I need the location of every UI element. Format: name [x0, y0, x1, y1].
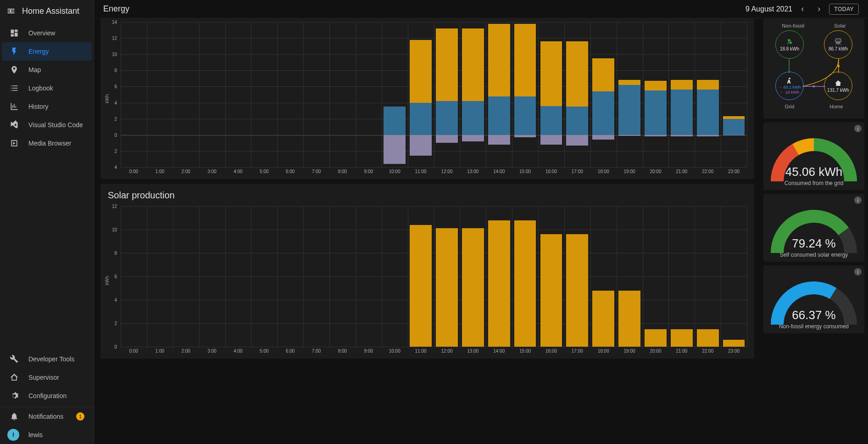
bar-grid_import: [514, 96, 536, 135]
bar-grid_export: [462, 135, 484, 141]
info-icon[interactable]: i: [854, 268, 862, 275]
app-name: Home Assistant: [22, 6, 79, 16]
bar-solar: [618, 291, 640, 347]
bar-solar_consumed: [540, 41, 562, 106]
home-icon: [835, 79, 842, 87]
bar-solar_consumed: [592, 58, 614, 91]
bar-grid_export: [436, 135, 458, 143]
sidebar-item-energy[interactable]: Energy: [2, 42, 92, 61]
sidebar-item-media-browser[interactable]: Media Browser: [2, 134, 92, 152]
menu-collapse-icon[interactable]: [6, 6, 17, 17]
sidebar-item-label: Map: [28, 66, 41, 73]
sidebar-item-label: Energy: [28, 48, 49, 55]
solar-panel-icon: [835, 38, 842, 45]
flow-nonfossil-label: Non-fossil: [782, 23, 804, 28]
bar-grid_export: [592, 135, 614, 140]
map-icon: [9, 65, 19, 75]
page-title: Energy: [103, 4, 129, 14]
svg-point-1: [837, 65, 840, 67]
hass-icon: [9, 372, 19, 382]
flow-grid-label: Grid: [785, 104, 794, 109]
energy-usage-chart: kWh 02468101214240:001:002:003:004:005:0…: [100, 18, 754, 179]
flow-node-grid[interactable]: → 63.1 kWh ← 18 kWh: [775, 72, 804, 100]
svg-marker-2: [793, 180, 815, 181]
today-button[interactable]: TODAY: [829, 4, 859, 15]
sidebar-item-label: Logbook: [28, 84, 53, 92]
sidebar-item-label: Media Browser: [28, 140, 71, 147]
bar-grid_import: [671, 90, 693, 135]
flow-node-home[interactable]: 131.7 kWh: [824, 72, 852, 100]
date-next-button[interactable]: ›: [812, 3, 825, 16]
user-avatar: l: [7, 429, 19, 441]
energy-usage-card: kWh 02468101214240:001:002:003:004:005:0…: [100, 18, 754, 179]
bar-grid_import: [618, 85, 640, 135]
bar-grid_import: [384, 107, 406, 135]
bar-grid_import: [462, 101, 484, 135]
sidebar-item-label: Supervisor: [28, 374, 59, 381]
flow-home-label: Home: [829, 104, 843, 109]
sidebar-item-label: Configuration: [28, 392, 67, 399]
bar-grid_import: [436, 101, 458, 135]
sidebar-item-logbook[interactable]: Logbook: [2, 79, 92, 97]
bar-grid_import: [488, 96, 510, 135]
bar-grid_export: [645, 135, 667, 137]
sidebar-item-notifications[interactable]: Notifications 1: [2, 407, 92, 426]
sidebar-item-visual-studio-code[interactable]: Visual Studio Code: [2, 116, 92, 134]
bar-solar: [462, 228, 484, 347]
info-icon[interactable]: i: [854, 197, 862, 204]
vscode-icon: [9, 120, 19, 130]
gauge-2: [768, 207, 860, 253]
sidebar-nav: OverviewEnergyMapLogbookHistoryVisual St…: [0, 22, 94, 154]
bar-solar: [723, 340, 745, 347]
flow-grid-out: ← 18 kWh: [780, 90, 799, 95]
sidebar-item-label: Developer Tools: [28, 355, 74, 363]
gauge-nonfossil: i 66.37 % Non-fossil energy consumed: [763, 265, 864, 333]
bar-solar: [488, 220, 510, 347]
date-label: 9 August 2021: [746, 5, 792, 13]
info-icon[interactable]: i: [854, 125, 862, 132]
bar-grid_import: [723, 119, 745, 135]
bar-grid_export: [410, 135, 432, 156]
notifications-badge: 1: [76, 412, 84, 421]
bar-solar: [671, 329, 693, 347]
bar-solar: [514, 220, 536, 347]
bar-grid_export: [488, 135, 510, 145]
wrench-icon: [9, 354, 19, 364]
flow-solar-label: Solar: [834, 23, 846, 28]
bar-grid_import: [410, 103, 432, 135]
sidebar: Home Assistant OverviewEnergyMapLogbookH…: [0, 0, 94, 444]
sidebar-item-overview[interactable]: Overview: [2, 24, 92, 42]
bar-grid_export: [671, 135, 693, 137]
sidebar-item-map[interactable]: Map: [2, 61, 92, 79]
sidebar-item-history[interactable]: History: [2, 97, 92, 116]
date-prev-button[interactable]: ‹: [796, 3, 809, 16]
bar-grid_import: [592, 91, 614, 135]
flow-nonfossil-value: 18.8 kWh: [780, 46, 799, 51]
flow-solar-value: 86.7 kWh: [829, 46, 848, 51]
svg-point-0: [813, 85, 815, 88]
sidebar-item-user[interactable]: l lewis: [2, 426, 92, 444]
gauge-grid-consumed: i 45.06 kWh Consumed from the grid: [763, 122, 864, 190]
sidebar-item-supervisor[interactable]: Supervisor: [2, 368, 92, 387]
bar-solar: [592, 291, 614, 347]
sidebar-item-label: Visual Studio Code: [28, 121, 83, 129]
bar-solar_consumed: [566, 41, 588, 107]
solar-production-card: Solar production kWh 0246810120:001:002:…: [100, 184, 754, 359]
bar-solar: [410, 225, 432, 347]
bar-grid_import: [540, 106, 562, 135]
bar-solar_consumed: [514, 24, 536, 96]
bell-icon: [9, 411, 19, 422]
bar-grid_export: [384, 135, 406, 164]
bar-grid_export: [566, 135, 588, 146]
sidebar-item-configuration[interactable]: Configuration: [2, 387, 92, 405]
bar-grid_export: [540, 135, 562, 145]
bar-grid_export: [618, 135, 640, 136]
gauge-self-consumed: i 79.24 % Self consumed solar energy: [763, 194, 864, 262]
flow-node-nonfossil[interactable]: 18.8 kWh: [775, 30, 804, 59]
bar-solar: [645, 329, 667, 347]
sidebar-item-developer-tools[interactable]: Developer Tools: [2, 350, 92, 368]
flash-icon: [9, 46, 19, 56]
bar-solar: [566, 234, 588, 347]
topbar: Energy 9 August 2021 ‹ › TODAY: [94, 0, 868, 18]
flow-node-solar[interactable]: 86.7 kWh: [824, 30, 852, 59]
